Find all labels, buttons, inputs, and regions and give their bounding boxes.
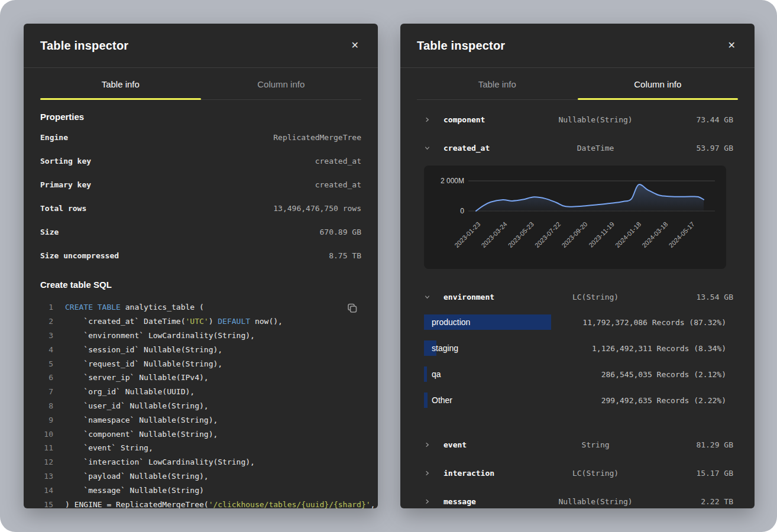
svg-text:2023-01-23: 2023-01-23 [453,220,481,249]
table-inspector-modal-column-info: Table inspector ✕ Table info Column info… [400,24,755,508]
sql-code-text: `namespace` Nullable(String), [65,416,218,424]
sql-code-text: `payload` Nullable(String), [65,472,209,481]
value-bar-row-production: production11,792,372,086 Records (87.32%… [424,314,726,330]
property-row: EngineReplicatedMergeTree [40,125,361,149]
line-number: 8 [40,401,53,410]
sql-line: 12 `interaction` LowCardinality(String), [40,455,361,469]
column-size: 15.17 GB [645,469,733,478]
value-bar-row-qa: qa286,545,035 Records (2.12%) [424,366,726,382]
value-bar-track: qa [424,366,601,382]
svg-text:2023-05-23: 2023-05-23 [507,220,535,249]
value-records: 286,545,035 Records (2.12%) [601,370,726,379]
column-name: event [443,440,546,449]
column-expander[interactable] [424,145,443,151]
column-type: Nullable(String) [546,497,645,506]
sql-line: 15) ENGINE = ReplicatedMergeTree('/click… [40,497,361,508]
line-number: 1 [40,303,53,312]
sql-line: 11 `event` String, [40,441,361,455]
histogram-card: 2 000M 0 2023-01-232023-03-242023-05-232… [424,166,726,269]
sql-line: 8 `user_id` Nullable(String), [40,399,361,413]
sql-code-block: 1CREATE TABLE analytics_table (2 `create… [40,300,361,508]
line-number: 15 [40,500,53,508]
sql-line: 10 `component` Nullable(String), [40,427,361,441]
column-size: 13.54 GB [645,293,733,301]
sql-code-text: `request_id` Nullable(String), [65,359,222,368]
close-icon: ✕ [728,40,736,50]
column-row-environment[interactable]: environmentLC(String)13.54 GB [400,283,755,311]
chevron-down-icon [424,145,430,151]
create-table-sql-heading: Create table SQL [40,280,361,290]
value-label: qa [424,366,601,382]
column-row-message[interactable]: messageNullable(String)2.22 TB [400,487,755,508]
column-type: String [546,440,645,449]
sql-lines: 1CREATE TABLE analytics_table (2 `create… [40,300,361,508]
chevron-right-icon [424,116,430,123]
svg-text:2023-09-20: 2023-09-20 [560,220,588,249]
close-button[interactable]: ✕ [726,38,738,53]
chevron-right-icon [424,470,430,476]
environment-values: production11,792,372,086 Records (87.32%… [400,311,755,430]
modal-title: Table inspector [417,39,505,53]
sql-line: 4 `session_id` Nullable(String), [40,342,361,356]
property-label: Size uncompressed [40,251,119,260]
sql-code-text: `component` Nullable(String), [65,430,218,439]
property-value: 670.89 GB [320,228,361,236]
value-bar-row-other: Other299,492,635 Records (2.22%) [424,392,726,408]
modal-header: Table inspector ✕ [24,24,378,68]
sql-code-text: ) ENGINE = ReplicatedMergeTree('/clickho… [65,500,375,508]
column-type: LC(String) [546,293,645,301]
column-name: message [443,497,546,506]
tab-column-info[interactable]: Column info [578,68,739,100]
column-row-component[interactable]: componentNullable(String)73.44 GB [400,105,755,134]
line-number: 2 [40,317,53,326]
value-label: Other [424,392,601,408]
sql-line: 6 `server_ip` Nullable(IPv4), [40,371,361,385]
property-label: Sorting key [40,157,91,166]
copy-icon [347,303,358,314]
svg-text:2023-07-22: 2023-07-22 [533,220,562,249]
property-label: Size [40,228,59,236]
line-number: 7 [40,387,53,396]
close-button[interactable]: ✕ [349,38,361,53]
value-bar-row-staging: staging1,126,492,311 Records (8.34%) [424,340,726,356]
sql-line: 7 `org_id` Nullable(UUID), [40,385,361,399]
value-label: staging [424,340,592,356]
sql-code-text: `server_ip` Nullable(IPv4), [65,373,209,382]
chevron-down-icon [424,294,430,300]
value-bar-track: staging [424,340,592,356]
column-size: 2.22 TB [645,497,733,506]
column-expander[interactable] [424,498,443,505]
tab-column-info[interactable]: Column info [201,68,362,100]
modal-title: Table inspector [40,39,128,53]
chevron-right-icon [424,498,430,505]
column-expander[interactable] [424,442,443,448]
sql-line: 5 `request_id` Nullable(String), [40,356,361,371]
close-icon: ✕ [351,40,359,50]
created-at-histogram-chart: 2 000M 0 2023-01-232023-03-242023-05-232… [424,166,726,269]
tab-bar: Table info Column info [400,68,755,100]
value-records: 1,126,492,311 Records (8.34%) [592,344,726,353]
column-expander[interactable] [424,470,443,476]
tab-table-info[interactable]: Table info [40,68,201,100]
line-number: 11 [40,443,53,452]
tab-bar: Table info Column info [24,68,378,100]
line-number: 10 [40,430,53,439]
column-type: LC(String) [546,469,645,478]
svg-text:2024-05-17: 2024-05-17 [668,220,696,249]
copy-button[interactable] [345,301,359,317]
line-number: 14 [40,486,53,495]
property-label: Engine [40,133,68,142]
column-row-interaction[interactable]: interactionLC(String)15.17 GB [400,459,755,487]
line-number: 6 [40,373,53,382]
sql-code-text: `event` String, [65,443,153,452]
sql-line: 1CREATE TABLE analytics_table ( [40,300,361,314]
line-number: 3 [40,331,53,340]
column-row-created_at[interactable]: created_atDateTime53.97 GB [400,134,755,162]
sql-code-text: `environment` LowCardinality(String), [65,331,255,340]
column-name: component [443,115,546,124]
column-row-event[interactable]: eventString81.29 GB [400,430,755,459]
y-axis-max-label: 2 000M [441,177,464,185]
tab-table-info[interactable]: Table info [417,68,578,100]
column-expander[interactable] [424,294,443,300]
column-expander[interactable] [424,116,443,123]
